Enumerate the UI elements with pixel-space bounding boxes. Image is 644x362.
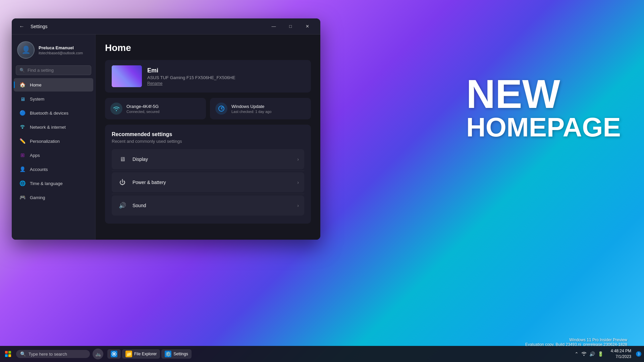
file-explorer-icon: 📁 bbox=[125, 351, 132, 357]
widgets-button[interactable]: 🚲 bbox=[93, 349, 103, 359]
home-icon: 🏠 bbox=[19, 81, 26, 88]
clock-time: 4:48:24 PM bbox=[611, 348, 631, 354]
new-homepage-overlay: NEW HOMEPAGE bbox=[460, 67, 627, 147]
sidebar-item-home-label: Home bbox=[30, 82, 42, 87]
taskbar: 🔍 Type here to search 🚲 📁 File Explorer … bbox=[0, 346, 644, 362]
new-homepage-line2: HOMEPAGE bbox=[466, 114, 621, 141]
user-info: Preluca Emanuel itstechbased@outlook.com bbox=[39, 45, 83, 55]
device-image-inner bbox=[112, 65, 142, 87]
time-icon: 🌐 bbox=[19, 180, 26, 187]
wifi-subtitle: Connected, secured bbox=[126, 110, 159, 114]
display-label: Display bbox=[132, 157, 297, 162]
taskbar-app-insider[interactable] bbox=[107, 349, 121, 359]
update-info: Windows Update Last checked: 1 day ago bbox=[231, 104, 271, 114]
power-setting-item[interactable]: ⏻ Power & battery › bbox=[112, 172, 304, 192]
taskbar-search-icon: 🔍 bbox=[20, 351, 26, 357]
search-icon: 🔍 bbox=[19, 68, 25, 73]
gaming-icon: 🎮 bbox=[19, 194, 26, 201]
page-title: Home bbox=[105, 43, 311, 53]
power-icon: ⏻ bbox=[117, 177, 128, 188]
device-info: Emi ASUS TUF Gaming F15 FX506HE_FX506HE … bbox=[147, 67, 235, 86]
user-profile[interactable]: 👤 Preluca Emanuel itstechbased@outlook.c… bbox=[12, 39, 95, 64]
user-email: itstechbased@outlook.com bbox=[39, 51, 83, 55]
sound-setting-item[interactable]: 🔊 Sound › bbox=[112, 195, 304, 216]
rename-link[interactable]: Rename bbox=[147, 81, 235, 86]
system-tray: ⌃ 🔊 🔋 4:48:24 PM 7/1/2023 3 bbox=[572, 348, 641, 360]
build-info: Windows 11 Pro Insider Preview Evaluatio… bbox=[525, 338, 627, 347]
main-content: Home Emi ASUS TUF Gaming F15 FX506HE_FX5… bbox=[96, 35, 320, 240]
device-image bbox=[112, 65, 142, 87]
window-controls: — □ ✕ bbox=[266, 21, 315, 32]
sound-label: Sound bbox=[132, 203, 297, 208]
display-setting-item[interactable]: 🖥 Display › bbox=[112, 149, 304, 169]
sidebar-item-personalization[interactable]: ✏️ Personalization bbox=[14, 134, 93, 148]
new-homepage-line1: NEW bbox=[466, 74, 621, 114]
sound-chevron-icon: › bbox=[297, 203, 299, 208]
sidebar-item-apps[interactable]: ⊞ Apps bbox=[14, 148, 93, 162]
settings-taskbar-label: Settings bbox=[173, 352, 188, 356]
sidebar-item-gaming[interactable]: 🎮 Gaming bbox=[14, 191, 93, 204]
sidebar-item-accounts[interactable]: 👤 Accounts bbox=[14, 163, 93, 176]
avatar-image: 👤 bbox=[18, 42, 34, 58]
taskbar-search-text: Type here to search bbox=[29, 352, 67, 357]
sound-icon: 🔊 bbox=[117, 200, 128, 211]
wifi-status-card[interactable]: Orange-4K4f-5G Connected, secured bbox=[105, 98, 206, 119]
sidebar-search-box[interactable]: 🔍 bbox=[16, 65, 91, 75]
tray-chevron-icon[interactable]: ⌃ bbox=[575, 351, 579, 357]
sidebar-item-home[interactable]: 🏠 Home bbox=[14, 78, 93, 92]
sidebar-item-gaming-label: Gaming bbox=[30, 195, 45, 200]
power-chevron-icon: › bbox=[297, 180, 299, 185]
display-chevron-icon: › bbox=[297, 157, 299, 162]
sidebar-item-system[interactable]: 🖥 System bbox=[14, 92, 93, 106]
volume-tray-icon[interactable]: 🔊 bbox=[589, 351, 595, 357]
taskbar-app-file-explorer[interactable]: 📁 File Explorer bbox=[122, 349, 160, 359]
svg-point-3 bbox=[113, 353, 115, 355]
build-info-line1: Windows 11 Pro Insider Preview bbox=[525, 338, 627, 342]
taskbar-app-settings[interactable]: ⚙️ Settings bbox=[161, 349, 191, 359]
avatar: 👤 bbox=[17, 41, 35, 59]
recommended-subtitle: Recent and commonly used settings bbox=[112, 139, 304, 144]
back-button[interactable]: ← bbox=[17, 22, 26, 31]
power-label: Power & battery bbox=[132, 180, 297, 185]
sidebar-item-network-label: Network & internet bbox=[30, 125, 66, 130]
taskbar-apps: 📁 File Explorer ⚙️ Settings bbox=[107, 349, 192, 359]
minimize-button[interactable]: — bbox=[266, 21, 281, 32]
user-name: Preluca Emanuel bbox=[39, 45, 83, 50]
divider-1 bbox=[112, 171, 304, 171]
sidebar-item-bluetooth-label: Bluetooth & devices bbox=[30, 111, 68, 116]
update-title: Windows Update bbox=[231, 104, 271, 109]
taskbar-search-box[interactable]: 🔍 Type here to search bbox=[16, 350, 90, 358]
sidebar-item-bluetooth[interactable]: 🔵 Bluetooth & devices bbox=[14, 106, 93, 120]
maximize-button[interactable]: □ bbox=[283, 21, 298, 32]
update-icon bbox=[215, 103, 227, 115]
network-icon bbox=[19, 124, 26, 130]
recommended-title: Recommended settings bbox=[112, 131, 304, 137]
system-icon: 🖥 bbox=[19, 96, 26, 102]
sidebar-item-time[interactable]: 🌐 Time & language bbox=[14, 177, 93, 190]
update-subtitle: Last checked: 1 day ago bbox=[231, 110, 271, 114]
sidebar-item-network[interactable]: Network & internet bbox=[14, 120, 93, 134]
sidebar-item-apps-label: Apps bbox=[30, 153, 40, 158]
device-name: Emi bbox=[147, 67, 235, 74]
wifi-icon bbox=[110, 103, 122, 115]
search-input[interactable] bbox=[28, 68, 88, 73]
close-button[interactable]: ✕ bbox=[300, 21, 315, 32]
start-button[interactable] bbox=[3, 349, 13, 359]
bluetooth-icon: 🔵 bbox=[19, 110, 26, 116]
notification-badge[interactable]: 3 bbox=[636, 351, 641, 357]
display-icon: 🖥 bbox=[117, 154, 128, 165]
insider-app-icon bbox=[111, 351, 117, 357]
wifi-tray-icon[interactable] bbox=[581, 351, 587, 357]
sidebar-item-time-label: Time & language bbox=[30, 181, 63, 186]
window-title: Settings bbox=[31, 24, 48, 29]
device-card: Emi ASUS TUF Gaming F15 FX506HE_FX506HE … bbox=[105, 60, 311, 93]
status-row: Orange-4K4f-5G Connected, secured Window… bbox=[105, 98, 311, 119]
windows-logo-icon bbox=[5, 351, 11, 357]
system-clock[interactable]: 4:48:24 PM 7/1/2023 bbox=[608, 348, 634, 360]
sidebar: 👤 Preluca Emanuel itstechbased@outlook.c… bbox=[12, 35, 96, 240]
tray-icons: ⌃ 🔊 🔋 bbox=[572, 351, 606, 357]
battery-tray-icon[interactable]: 🔋 bbox=[598, 351, 603, 357]
svg-point-0 bbox=[22, 127, 23, 129]
update-status-card[interactable]: Windows Update Last checked: 1 day ago bbox=[210, 98, 311, 119]
personalization-icon: ✏️ bbox=[19, 138, 26, 144]
